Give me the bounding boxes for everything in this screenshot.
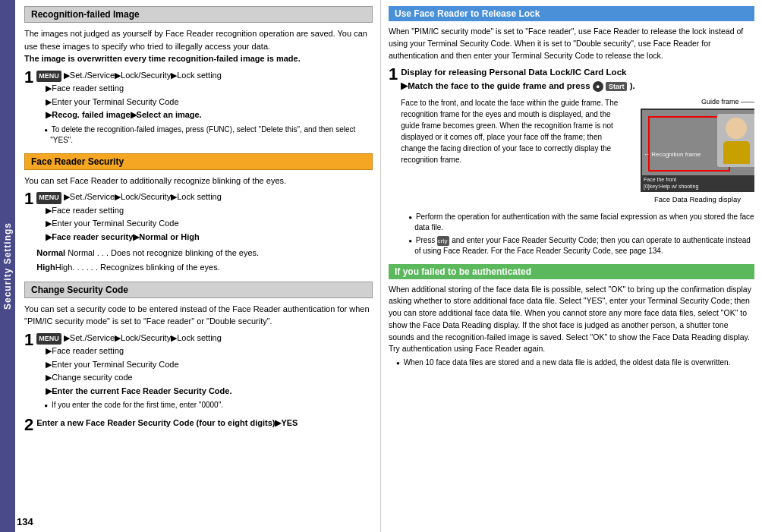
page-number: 134 xyxy=(17,516,33,527)
step1-frs-item1: ▶Face reader setting xyxy=(36,204,259,218)
failed-auth-body: When additional storing of the face data… xyxy=(389,284,754,369)
step1-csc-content: MENU ▶Set./Service▶Lock/Security▶Lock se… xyxy=(36,332,231,411)
step1-recog-item2: ▶Enter your Terminal Security Code xyxy=(36,96,373,109)
failed-auth-desc: When additional storing of the face data… xyxy=(389,284,754,356)
step1-recog-path: MENU ▶Set./Service▶Lock/Security▶Lock se… xyxy=(36,69,373,83)
menu-key-1c: MENU xyxy=(36,333,61,345)
step1-csc-item1: ▶Face reader setting xyxy=(36,345,231,358)
note1-ufr: Perform the operation for authentication… xyxy=(407,212,754,233)
step1-recog-note: To delete the recognition-failed images,… xyxy=(43,124,373,146)
sidebar: Security Settings xyxy=(0,0,15,532)
image-caption: Face Data Reading display xyxy=(641,194,754,205)
step1-csc-item3: ▶Change security code xyxy=(36,371,231,385)
csc-desc: You can set a security code to be entere… xyxy=(24,303,373,328)
step1-ufr: 1 Display for releasing Personal Data Lo… xyxy=(389,66,754,256)
recog-desc: The images not judged as yourself by Fac… xyxy=(24,27,373,52)
step-num-1a: 1 xyxy=(24,69,33,146)
normal-desc: Normal Normal . . . Does not recognize b… xyxy=(36,247,259,260)
step1-csc-item2: ▶Enter your Terminal Security Code xyxy=(36,358,231,372)
left-column: Security Settings Recognition-failed Ima… xyxy=(0,0,381,532)
step1-csc-path: MENU ▶Set./Service▶Lock/Security▶Lock se… xyxy=(36,332,231,345)
change-security-body: You can set a security code to be entere… xyxy=(24,303,373,434)
recognition-failed-header: Recognition-failed Image xyxy=(24,6,373,23)
use-face-reader-header: Use Face Reader to Release Lock xyxy=(389,6,754,21)
failed-auth-header: If you failed to be authenticated xyxy=(389,264,754,279)
step1-recog-item3: ▶Recog. failed image▶Select an image. xyxy=(36,109,373,122)
step1-recog: 1 MENU ▶Set./Service▶Lock/Security▶Lock … xyxy=(24,69,373,146)
sidebar-label: Security Settings xyxy=(2,222,13,310)
high-desc: HighHigh. . . . . . Recognizes blinking … xyxy=(36,261,259,274)
use-face-reader-body: When "PIM/IC security mode" is set to "F… xyxy=(389,26,754,257)
face-reader-security-header: Face Reader Security xyxy=(24,153,373,170)
step2-csc: 2 Enter a new Face Reader Security Code … xyxy=(24,417,373,433)
scrty-icon: Scrty xyxy=(437,236,449,246)
note2-ufr: Press Scrty and enter your Face Reader S… xyxy=(407,235,754,257)
step1-frs-content: MENU ▶Set./Service▶Lock/Security▶Lock se… xyxy=(36,190,259,273)
menu-key-1a: MENU xyxy=(36,71,61,83)
step1-frs-item2: ▶Enter your Terminal Security Code xyxy=(36,217,259,231)
step-num-1b: 1 xyxy=(24,190,33,273)
face-image-block: Guide frame —— xyxy=(633,97,754,206)
guide-frame-image: ← Recognition frame Face the front [0]ke… xyxy=(641,109,754,192)
step1-csc-item4: ▶Enter the current Face Reader Security … xyxy=(36,385,231,398)
step1-ufr-text3: ). xyxy=(630,81,635,90)
step1-recog-path-text: ▶Set./Service▶Lock/Security▶Lock setting xyxy=(64,71,222,80)
face-placeholder xyxy=(717,114,754,167)
frame-labels: Guide frame —— xyxy=(641,97,754,108)
use-face-reader-desc: When "PIM/IC security mode" is set to "F… xyxy=(389,26,754,61)
step1-ufr-text1: Display for releasing Personal Data Lock… xyxy=(401,66,754,79)
failed-auth-note1: When 10 face data files are stored and a… xyxy=(395,357,754,368)
step1-frs-path: MENU ▶Set./Service▶Lock/Security▶Lock se… xyxy=(36,190,259,204)
step1-csc: 1 MENU ▶Set./Service▶Lock/Security▶Lock … xyxy=(24,332,373,411)
face-description: Face to the front, and locate the face w… xyxy=(401,97,633,206)
face-head xyxy=(726,118,747,139)
left-main-content: Recognition-failed Image The images not … xyxy=(24,6,373,433)
step1-recog-content: MENU ▶Set./Service▶Lock/Security▶Lock se… xyxy=(36,69,373,146)
guide-label: Guide frame —— xyxy=(641,97,754,108)
step1-csc-note: If you enter the code for the first time… xyxy=(43,400,231,411)
right-column: Use Face Reader to Release Lock When "PI… xyxy=(381,0,762,532)
step1-csc-path-text: ▶Set./Service▶Lock/Security▶Lock setting xyxy=(64,333,222,342)
step1-recog-item1: ▶Face reader setting xyxy=(36,82,373,96)
start-button-icon: ● xyxy=(593,81,603,92)
step1-ufr-content: Display for releasing Personal Data Lock… xyxy=(401,66,754,256)
face-body xyxy=(723,141,750,164)
face-reader-security-body: You can set Face Reader to additionally … xyxy=(24,175,373,274)
start-label: Start xyxy=(606,82,628,91)
frame-overlay: Face the front [0]key:Help w/ shooting xyxy=(642,175,754,190)
step2-csc-text: Enter a new Face Reader Security Code (f… xyxy=(36,418,298,427)
step-num-1r: 1 xyxy=(389,66,398,256)
step1-frs-path-text: ▶Set./Service▶Lock/Security▶Lock setting xyxy=(64,192,222,201)
step1-frs-item3: ▶Face reader security▶Normal or High xyxy=(36,231,259,244)
step1-ufr-text2: ▶Match the face to the guide frame and p… xyxy=(401,80,754,93)
page-container: Security Settings Recognition-failed Ima… xyxy=(0,0,762,532)
step2-csc-content: Enter a new Face Reader Security Code (f… xyxy=(36,417,298,430)
step-num-2c: 2 xyxy=(24,417,33,433)
change-security-header: Change Security Code xyxy=(24,282,373,298)
recognition-failed-body: The images not judged as yourself by Fac… xyxy=(24,27,373,146)
recog-frame-label: ← Recognition frame xyxy=(644,150,701,159)
face-image-area: Face to the front, and locate the face w… xyxy=(401,97,754,206)
frs-desc: You can set Face Reader to additionally … xyxy=(24,175,373,187)
step-num-1c: 1 xyxy=(24,332,33,411)
menu-key-1b: MENU xyxy=(36,192,61,204)
step1-frs: 1 MENU ▶Set./Service▶Lock/Security▶Lock … xyxy=(24,190,373,273)
recog-bold: The image is overwritten every time reco… xyxy=(24,54,301,63)
